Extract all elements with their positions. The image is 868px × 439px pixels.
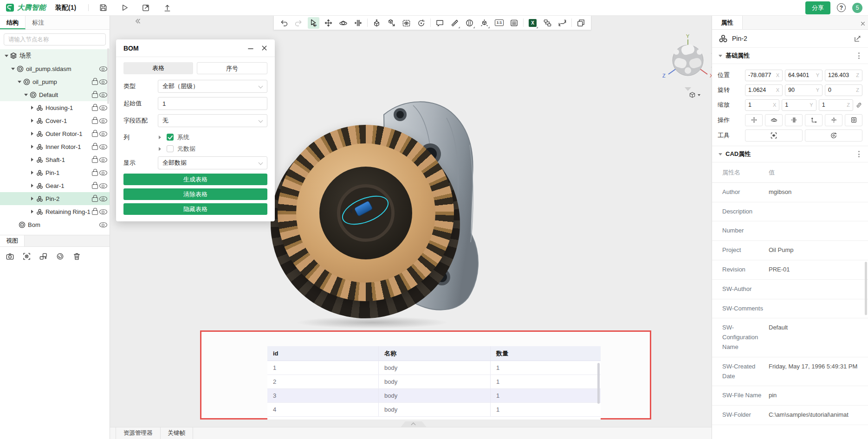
tree-scrollbar[interactable] [107, 48, 109, 104]
undo-icon[interactable] [278, 17, 290, 29]
tree-item-inner-rotor-1[interactable]: Inner Rotor-1 [0, 140, 110, 153]
position-z-input[interactable] [828, 72, 855, 78]
lock-icon[interactable] [92, 194, 98, 203]
select-cursor-icon[interactable]: P [308, 17, 319, 29]
navigation-cube[interactable]: Y Z X [657, 33, 712, 98]
3d-viewport[interactable]: P 1:1 X BOM [110, 16, 712, 427]
action-explode-icon[interactable] [825, 114, 842, 126]
dimension-cube-icon[interactable] [479, 17, 490, 29]
comment-icon[interactable] [434, 17, 446, 29]
position-x-input[interactable] [748, 72, 775, 78]
action-orbit-icon[interactable] [765, 114, 783, 126]
avatar[interactable]: 5 [852, 3, 862, 13]
visibility-eye-icon[interactable] [99, 105, 107, 112]
tool-focus-icon[interactable] [745, 129, 803, 142]
bom-result-table[interactable]: id 名称 数量 1 body 1 2 body 1 3 body 1 4 bo [267, 346, 601, 420]
snapshot-camera-icon[interactable] [6, 252, 14, 261]
action-frame-icon[interactable] [845, 114, 862, 126]
trash-icon[interactable] [72, 252, 81, 261]
position-y-input[interactable] [788, 72, 815, 78]
tab-resource-manager[interactable]: 资源管理器 [116, 427, 161, 439]
place-cube-icon[interactable] [386, 17, 397, 29]
caret-right-icon[interactable] [30, 119, 35, 123]
rotate-down-arrow[interactable] [685, 87, 691, 91]
scale-z-input[interactable] [822, 102, 846, 108]
lock-icon[interactable] [92, 155, 98, 164]
bom-display-select[interactable]: 全部数据 [158, 156, 267, 169]
visibility-eye-icon[interactable] [99, 196, 107, 203]
tree-item-retaining-ring-1[interactable]: Retaining Ring-1 [0, 205, 110, 218]
col-header-qty[interactable]: 数量 [491, 346, 601, 361]
section-menu-icon[interactable] [856, 52, 862, 60]
section-menu-icon[interactable] [856, 150, 862, 158]
clear-table-button[interactable]: 清除表格 [123, 188, 267, 200]
ratio-icon[interactable]: 1:1 [493, 17, 505, 29]
tree-item-scene[interactable]: 场景 [0, 49, 110, 62]
turntable-icon[interactable] [415, 17, 427, 29]
checkbox-system[interactable] [167, 134, 174, 141]
bom-dialog-titlebar[interactable]: BOM [116, 39, 275, 57]
scale-x-input[interactable] [748, 102, 772, 108]
tree-item-oil-pump-sldasm[interactable]: oil_pump.sldasm [0, 62, 110, 75]
generate-table-button[interactable]: 生成表格 [123, 174, 267, 185]
table-list-icon[interactable] [508, 17, 520, 29]
visibility-eye-icon[interactable] [99, 222, 107, 229]
visibility-box-icon[interactable] [401, 17, 412, 29]
reset-view-icon[interactable] [56, 252, 65, 261]
lock-icon[interactable] [92, 77, 98, 86]
close-icon[interactable] [261, 45, 267, 51]
visibility-eye-icon[interactable] [99, 144, 107, 151]
section-icon[interactable] [352, 17, 364, 29]
measure-icon[interactable] [449, 17, 460, 29]
caret-right-icon[interactable] [30, 132, 35, 136]
caret-down-icon[interactable] [17, 79, 22, 85]
lock-icon[interactable] [92, 142, 98, 151]
bom-tab-table[interactable]: 表格 [123, 62, 193, 74]
tree-item-shaft-1[interactable]: Shaft-1 [0, 153, 110, 166]
bottom-panel-handle[interactable] [401, 421, 427, 427]
visibility-eye-icon[interactable] [99, 183, 107, 190]
cad-properties-section[interactable]: CAD属性 [712, 146, 868, 162]
bom-type-select[interactable]: 全部（层级） [158, 80, 267, 93]
tree-item-pin-2-selected[interactable]: Pin-2 [0, 192, 110, 205]
upload-icon[interactable] [162, 3, 172, 13]
share-button[interactable]: 分享 [805, 1, 830, 14]
tree-item-housing-1[interactable]: Housing-1 [0, 101, 110, 114]
bom-match-select[interactable]: 无 [158, 114, 267, 127]
bom-tab-serial[interactable]: 序号 [197, 62, 267, 74]
caret-down-icon[interactable] [4, 53, 9, 59]
properties-scrollbar[interactable] [865, 262, 867, 315]
col-header-name[interactable]: 名称 [379, 346, 491, 361]
table-row[interactable]: 1 body 1 [267, 361, 601, 375]
excel-export-icon[interactable]: X [527, 17, 538, 29]
caret-right-icon[interactable] [30, 210, 35, 213]
lock-icon[interactable] [92, 90, 98, 99]
tree-item-bom[interactable]: Bom [0, 218, 110, 231]
rotation-y-input[interactable] [788, 87, 815, 93]
tree-item-default[interactable]: Default [0, 88, 110, 101]
tab-properties[interactable]: 属性 [712, 16, 743, 29]
lock-icon[interactable] [92, 207, 98, 216]
scale-link-icon[interactable] [855, 102, 862, 109]
redo-icon[interactable] [293, 17, 304, 29]
visibility-eye-icon[interactable] [99, 170, 107, 177]
table-row[interactable]: 3 body 1 [267, 389, 601, 403]
action-section-icon[interactable] [785, 114, 803, 126]
move-icon[interactable] [323, 17, 334, 29]
checkbox-metadata[interactable] [167, 145, 174, 152]
bom-start-input[interactable] [158, 100, 267, 107]
lock-icon[interactable] [92, 116, 98, 125]
caret-right-icon[interactable] [30, 145, 35, 148]
play-icon[interactable] [119, 3, 130, 13]
hide-table-button[interactable]: 隐藏表格 [123, 203, 267, 215]
node-search-input[interactable] [4, 36, 105, 43]
minimize-icon[interactable] [247, 45, 254, 52]
export-edit-icon[interactable] [141, 3, 151, 13]
layout-swap-icon[interactable] [39, 252, 48, 261]
table-scrollbar[interactable] [597, 363, 600, 404]
table-row[interactable]: 2 body 1 [267, 375, 601, 389]
basic-properties-section[interactable]: 基础属性 [712, 47, 868, 64]
caret-down-icon[interactable] [719, 153, 722, 157]
table-row[interactable]: 4 body 1 [267, 403, 601, 417]
caret-down-icon[interactable] [719, 55, 722, 59]
